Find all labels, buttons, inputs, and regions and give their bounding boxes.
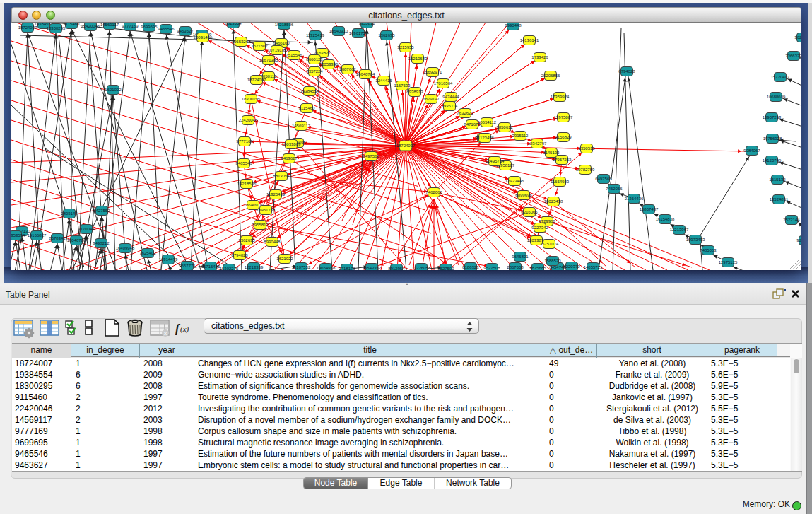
svg-text:16033809: 16033809 <box>282 142 301 146</box>
svg-text:9463627: 9463627 <box>177 29 194 33</box>
svg-text:16107552: 16107552 <box>292 265 311 269</box>
svg-text:11325419: 11325419 <box>266 192 286 197</box>
svg-text:14136141: 14136141 <box>520 38 539 42</box>
svg-text:1588520: 1588520 <box>544 259 561 263</box>
svg-text:15692971: 15692971 <box>423 70 442 74</box>
svg-text:7632621: 7632621 <box>457 111 473 115</box>
svg-text:9465546: 9465546 <box>158 27 175 31</box>
svg-text:19218506: 19218506 <box>237 182 257 186</box>
svg-text:10782759: 10782759 <box>576 168 595 172</box>
svg-text:16210643: 16210643 <box>408 57 428 61</box>
svg-text:x: x <box>164 330 167 337</box>
svg-text:19756928: 19756928 <box>763 136 782 141</box>
svg-text:7955812: 7955812 <box>358 23 375 25</box>
svg-text:1350515: 1350515 <box>578 146 595 151</box>
svg-text:18724007: 18724007 <box>396 144 416 148</box>
svg-text:8990448: 8990448 <box>264 240 281 244</box>
svg-text:10973493: 10973493 <box>686 238 705 242</box>
svg-text:3915112: 3915112 <box>512 134 529 138</box>
svg-text:1362635: 1362635 <box>378 33 395 37</box>
svg-text:12923446: 12923446 <box>505 179 524 183</box>
svg-text:1362635: 1362635 <box>238 238 255 243</box>
svg-text:15716485: 15716485 <box>201 264 220 269</box>
svg-text:10719185: 10719185 <box>268 48 287 52</box>
svg-text:8220370: 8220370 <box>563 264 580 269</box>
svg-text:6794028: 6794028 <box>618 69 635 74</box>
svg-text:19384554: 19384554 <box>300 89 319 93</box>
svg-text:11325419: 11325419 <box>306 33 325 37</box>
svg-text:16154838: 16154838 <box>656 217 675 221</box>
svg-text:9242848: 9242848 <box>796 238 801 243</box>
svg-text:13226058: 13226058 <box>412 266 431 270</box>
svg-text:8427552: 8427552 <box>93 209 110 213</box>
svg-text:15302275: 15302275 <box>220 267 239 270</box>
svg-text:6466160: 6466160 <box>273 41 290 45</box>
svg-text:9699695: 9699695 <box>141 25 158 29</box>
svg-text:2935114: 2935114 <box>442 104 459 108</box>
svg-text:9527508: 9527508 <box>483 266 500 270</box>
svg-text:12342797: 12342797 <box>528 141 547 146</box>
svg-text:8186323: 8186323 <box>462 265 479 269</box>
svg-text:17359924: 17359924 <box>551 95 570 99</box>
svg-text:9465546: 9465546 <box>235 161 252 165</box>
svg-text:7955812: 7955812 <box>252 223 269 227</box>
svg-text:6899695: 6899695 <box>515 193 532 197</box>
svg-text:8813054: 8813054 <box>273 174 290 178</box>
svg-text:12495754: 12495754 <box>486 159 505 163</box>
svg-text:10653267: 10653267 <box>232 40 251 44</box>
svg-text:2087662: 2087662 <box>339 67 356 71</box>
svg-text:9657771: 9657771 <box>179 264 196 268</box>
svg-text:16543362: 16543362 <box>363 266 382 270</box>
svg-text:16961758: 16961758 <box>257 208 276 212</box>
svg-text:22420046: 22420046 <box>81 24 100 28</box>
svg-text:2156829: 2156829 <box>555 135 572 139</box>
svg-text:10025438: 10025438 <box>544 199 563 204</box>
svg-text:16914479: 16914479 <box>159 257 178 262</box>
svg-text:9777169: 9777169 <box>122 24 139 28</box>
svg-text:7462066: 7462066 <box>425 190 442 194</box>
svg-text:9115460: 9115460 <box>299 106 316 110</box>
svg-text:2522144: 2522144 <box>783 218 800 222</box>
svg-text:21364436: 21364436 <box>625 197 644 201</box>
svg-text:8660123: 8660123 <box>306 57 323 62</box>
svg-text:9474444: 9474444 <box>442 95 459 99</box>
svg-text:3624554: 3624554 <box>794 35 801 40</box>
svg-text:10807487: 10807487 <box>640 207 659 211</box>
svg-text:7366322: 7366322 <box>785 54 801 58</box>
svg-text:13975887: 13975887 <box>554 115 573 119</box>
svg-text:7485063: 7485063 <box>700 248 717 252</box>
svg-text:6497568: 6497568 <box>363 154 379 158</box>
svg-text:1621022: 1621022 <box>276 257 293 261</box>
svg-text:1244415: 1244415 <box>375 78 392 83</box>
svg-text:20053346: 20053346 <box>319 62 339 66</box>
svg-text:6216066: 6216066 <box>521 210 538 214</box>
svg-text:2718170: 2718170 <box>339 267 355 270</box>
svg-text:22420046: 22420046 <box>239 118 258 122</box>
svg-text:17016504: 17016504 <box>434 81 453 86</box>
svg-text:7625402: 7625402 <box>139 251 156 255</box>
svg-text:6497568: 6497568 <box>595 177 612 181</box>
svg-text:12213967: 12213967 <box>670 228 689 232</box>
svg-text:18640910: 18640910 <box>329 29 348 33</box>
svg-text:16648784: 16648784 <box>356 72 375 76</box>
svg-text:14569117: 14569117 <box>100 23 119 27</box>
svg-text:9777169: 9777169 <box>236 139 253 144</box>
svg-text:15720407: 15720407 <box>771 75 790 79</box>
svg-text:7515546: 7515546 <box>286 53 302 57</box>
svg-text:(x): (x) <box>180 325 189 334</box>
svg-text:3215955: 3215955 <box>397 45 414 49</box>
svg-text:9875685: 9875685 <box>529 266 546 270</box>
svg-text:10671385: 10671385 <box>259 58 278 62</box>
svg-text:9227342: 9227342 <box>531 226 548 230</box>
svg-text:9527500: 9527500 <box>437 267 454 270</box>
svg-text:16961758: 16961758 <box>349 31 368 35</box>
svg-text:1527602: 1527602 <box>251 44 268 48</box>
svg-text:14569117: 14569117 <box>292 124 311 128</box>
svg-text:19218506: 19218506 <box>275 23 294 27</box>
svg-text:1145193: 1145193 <box>543 151 560 155</box>
svg-text:15751074: 15751074 <box>540 242 559 246</box>
svg-text:16409948: 16409948 <box>116 246 135 250</box>
svg-text:14120746: 14120746 <box>763 158 782 163</box>
svg-text:18724007: 18724007 <box>247 78 266 82</box>
svg-text:2803144: 2803144 <box>61 211 78 216</box>
